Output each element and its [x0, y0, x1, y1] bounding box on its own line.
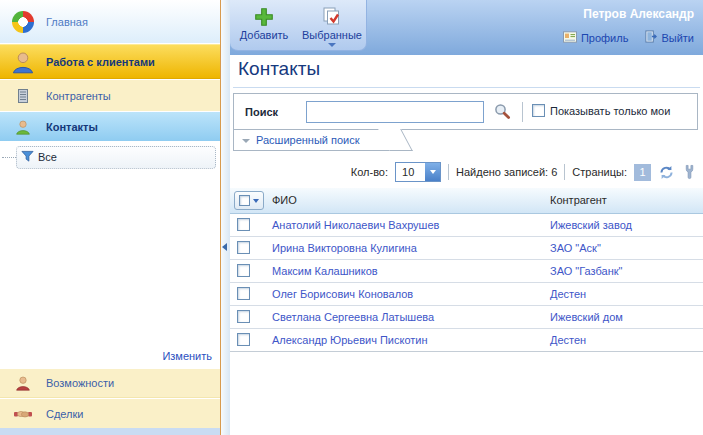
account-link[interactable]: Ижевский завод: [550, 219, 632, 231]
column-header-fio[interactable]: ФИО: [272, 194, 297, 206]
only-mine-label: Показывать только мои: [550, 105, 670, 117]
search-label: Поиск: [245, 106, 278, 118]
only-mine-checkbox[interactable]: Показывать только мои: [532, 104, 670, 117]
table-row[interactable]: Ирина Викторовна Кулигина ЗАО "Аск": [230, 237, 703, 260]
logout-link[interactable]: Выйти: [644, 30, 694, 45]
sidebar-item-deals[interactable]: Сделки: [0, 399, 220, 428]
table-row[interactable]: Александр Юрьевич Пискотин Дестен: [230, 329, 703, 352]
sidebar-item-label: Контрагенты: [46, 90, 111, 102]
tree-row: Все: [0, 145, 216, 169]
filter-funnel-icon: [21, 150, 34, 165]
account-link[interactable]: Ижевский дом: [550, 311, 623, 323]
contact-link[interactable]: Светлана Сергеевна Латышева: [272, 311, 434, 323]
sidebar-item-label: Сделки: [46, 408, 84, 420]
profile-card-icon: [563, 31, 577, 45]
pagination-divider: [564, 164, 565, 180]
add-plus-icon: [253, 4, 275, 29]
refresh-icon[interactable]: [658, 164, 675, 181]
chevron-down-icon: [430, 170, 436, 174]
pagination-divider: [448, 164, 449, 180]
sidebar-item-contacts[interactable]: Контакты: [0, 112, 220, 141]
sidebar-item-home[interactable]: Главная: [0, 0, 220, 43]
checkbox-icon[interactable]: [239, 195, 250, 206]
profile-link-label: Профиль: [581, 32, 629, 44]
add-button[interactable]: Добавить: [230, 0, 298, 50]
row-checkbox[interactable]: [237, 310, 250, 323]
filter-tree: Все Изменить: [0, 141, 220, 368]
tree-item-label: Все: [38, 151, 57, 163]
count-label: Кол-во:: [351, 166, 388, 178]
page-size-select[interactable]: 10: [395, 162, 441, 182]
main-content: Добавить Выбранные Петров Александр Проф…: [230, 0, 703, 435]
sidebar-item-accounts[interactable]: Контрагенты: [0, 80, 220, 111]
account-link[interactable]: ЗАО "Аск": [550, 242, 601, 254]
pages-label: Страницы:: [572, 166, 627, 178]
table-row[interactable]: Максим Калашников ЗАО "Газбанк": [230, 260, 703, 283]
contacts-grid: ФИО Контрагент Анатолий Николаевич Вахру…: [230, 188, 703, 352]
contact-link[interactable]: Ирина Викторовна Кулигина: [272, 242, 417, 254]
row-checkbox[interactable]: [237, 333, 250, 346]
sidebar-splitter[interactable]: [221, 0, 230, 435]
settings-wrench-icon[interactable]: [682, 164, 697, 180]
tree-item-all[interactable]: Все: [16, 146, 216, 169]
pagination-bar: Кол-во: 10 Найдено записей: 6 Страницы: …: [351, 161, 697, 183]
table-row[interactable]: Олег Борисович Коновалов Дестен: [230, 283, 703, 306]
grid-header: ФИО Контрагент: [230, 188, 703, 214]
edit-link[interactable]: Изменить: [162, 350, 212, 362]
column-header-account[interactable]: Контрагент: [550, 194, 607, 206]
found-records-label: Найдено записей: 6: [456, 166, 557, 178]
row-checkbox[interactable]: [237, 287, 250, 300]
table-row[interactable]: Светлана Сергеевна Латышева Ижевский дом: [230, 306, 703, 329]
sidebar-bottom-strip: [0, 428, 220, 435]
advanced-search-link[interactable]: Расширенный поиск: [256, 134, 360, 146]
search-divider: [522, 102, 523, 122]
account-link[interactable]: Дестен: [550, 334, 586, 346]
search-panel: Поиск Показывать только мои: [233, 93, 698, 130]
sidebar-item-label: Возможности: [46, 377, 114, 389]
contact-person-icon: [0, 119, 46, 135]
contact-link[interactable]: Максим Калашников: [272, 265, 378, 277]
app-window: Главная Работа с клиентами Контрагенты К…: [0, 0, 703, 435]
top-toolbar: Добавить Выбранные Петров Александр Проф…: [230, 0, 703, 55]
select-all-checkbox-button[interactable]: [234, 191, 264, 210]
toolbar-button-panel: Добавить Выбранные: [230, 0, 367, 51]
sidebar-item-opportunities[interactable]: Возможности: [0, 369, 220, 398]
contact-link[interactable]: Александр Юрьевич Пискотин: [272, 334, 428, 346]
selected-menu-button[interactable]: Выбранные: [298, 0, 366, 50]
row-checkbox[interactable]: [237, 218, 250, 231]
client-person-icon: [0, 50, 46, 74]
sidebar-item-clients-group[interactable]: Работа с клиентами: [0, 44, 220, 79]
checkbox-icon[interactable]: [532, 104, 545, 117]
select-dropdown-button[interactable]: [425, 163, 440, 181]
title-divider: [233, 87, 700, 88]
page-number-button[interactable]: 1: [634, 164, 651, 181]
chevron-down-icon: [328, 43, 336, 47]
search-icon[interactable]: [493, 102, 511, 120]
sidebar: Главная Работа с клиентами Контрагенты К…: [0, 0, 221, 435]
advanced-search-tab[interactable]: Расширенный поиск: [233, 130, 391, 151]
exit-door-icon: [644, 30, 657, 45]
search-input[interactable]: [306, 101, 484, 123]
sidebar-item-label: Работа с клиентами: [46, 56, 155, 68]
table-row[interactable]: Анатолий Николаевич Вахрушев Ижевский за…: [230, 214, 703, 237]
handshake-icon: [0, 408, 46, 420]
row-checkbox[interactable]: [237, 264, 250, 277]
account-link[interactable]: ЗАО "Газбанк": [550, 265, 622, 277]
add-button-label: Добавить: [240, 29, 289, 41]
expander-arrow-icon: [242, 139, 250, 143]
selected-button-label: Выбранные: [302, 29, 362, 41]
account-link[interactable]: Дестен: [550, 288, 586, 300]
current-user-name: Петров Александр: [583, 7, 694, 21]
chevron-down-icon: [253, 199, 259, 203]
logout-link-label: Выйти: [661, 32, 694, 44]
row-checkbox[interactable]: [237, 241, 250, 254]
contact-link[interactable]: Олег Борисович Коновалов: [272, 288, 413, 300]
user-links: Профиль Выйти: [563, 30, 694, 45]
page-title: Контакты: [238, 58, 320, 80]
collapse-arrow-icon: [222, 243, 227, 251]
contact-link[interactable]: Анатолий Николаевич Вахрушев: [272, 219, 439, 231]
profile-link[interactable]: Профиль: [563, 30, 629, 45]
building-icon: [0, 88, 46, 104]
tree-connector: [2, 157, 16, 158]
selected-pages-icon: [321, 4, 343, 29]
